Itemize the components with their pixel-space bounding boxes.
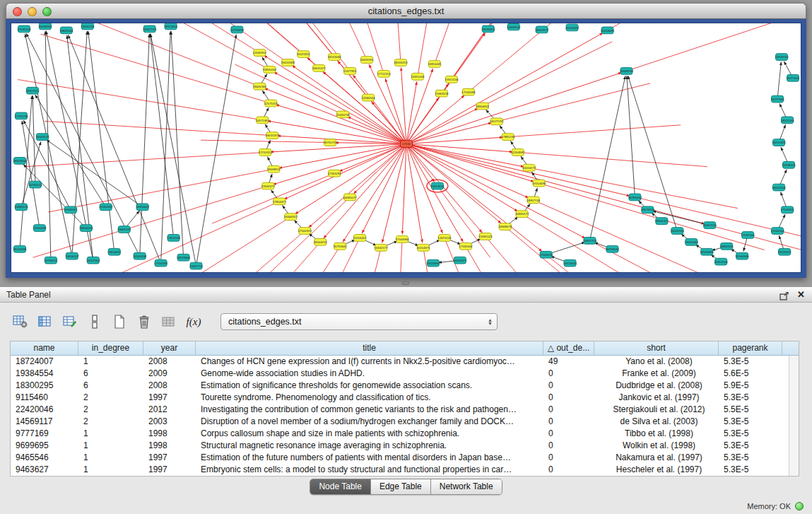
table-cell[interactable]: 49 — [543, 356, 594, 368]
table-cell[interactable]: 2 — [78, 392, 143, 404]
table-cell[interactable]: 2008 — [143, 380, 196, 392]
network-node[interactable]: 21031144 — [18, 25, 31, 33]
column-header-in_degree[interactable]: in_degree — [78, 341, 143, 355]
table-cell[interactable]: 14569117 — [11, 416, 78, 428]
network-node[interactable]: 15963218 — [435, 90, 449, 97]
network-node[interactable]: 12040912 — [253, 49, 267, 57]
network-node[interactable]: 20654411 — [107, 248, 121, 255]
network-node[interactable]: 19154499 — [532, 180, 546, 187]
column-header-out_de[interactable]: △ out_de... — [543, 341, 594, 355]
network-node[interactable]: 17742299 — [14, 112, 28, 119]
network-node[interactable]: 16907120 — [703, 222, 717, 229]
network-node[interactable]: 17165944 — [459, 243, 473, 250]
network-node[interactable]: 18441566 — [253, 83, 267, 90]
network-node[interactable]: 16802101 — [720, 243, 734, 250]
table-row[interactable]: 1938455462009Genome-wide association stu… — [11, 368, 799, 380]
column-header-pagerank[interactable]: pagerank — [719, 341, 782, 355]
network-node[interactable]: 17210312 — [259, 149, 273, 156]
table-row[interactable]: 2242004622012Investigating the contribut… — [11, 404, 799, 416]
table-row[interactable]: 946554611997Estimation of the future num… — [11, 452, 799, 464]
table-cell[interactable]: 0 — [543, 392, 594, 404]
table-cell[interactable]: Corpus callosum shape and size in male p… — [196, 428, 543, 440]
network-node[interactable]: 15723099 — [230, 26, 245, 33]
network-node[interactable]: 17544319 — [298, 228, 312, 235]
network-node[interactable]: 19013188 — [281, 59, 295, 66]
table-row[interactable]: 969969511998Structural magnetic resonanc… — [11, 440, 799, 452]
network-node[interactable]: 20266055 — [64, 206, 78, 214]
table-cell[interactable]: 2008 — [143, 356, 196, 368]
table-cell[interactable]: 9465546 — [11, 452, 78, 464]
network-node[interactable]: 15820244 — [263, 66, 277, 74]
table-cell[interactable]: 0 — [543, 452, 594, 464]
network-node[interactable]: 12675220 — [437, 235, 452, 242]
network-node[interactable]: 16544335 — [700, 248, 714, 255]
network-node[interactable]: 16003125 — [35, 134, 49, 141]
network-node[interactable]: 12575155 — [264, 100, 278, 107]
network-node[interactable]: 16077231 — [490, 118, 504, 125]
table-cell[interactable]: 5.6E-5 — [719, 368, 782, 380]
network-node[interactable]: 17566209 — [539, 251, 553, 258]
window-title-bar[interactable]: citations_edges.txt — [6, 3, 806, 19]
network-node[interactable]: 15958100 — [782, 161, 796, 168]
network-node[interactable]: 19025444 — [685, 239, 699, 246]
network-node[interactable]: 18731755 — [324, 139, 338, 146]
network-node[interactable]: 16544371 — [453, 257, 467, 264]
network-node[interactable]: 16344557 — [284, 214, 298, 221]
table-cell[interactable]: 22420046 — [11, 404, 78, 416]
table-cell[interactable]: 6 — [78, 368, 143, 380]
network-node[interactable]: 16455591 — [360, 57, 375, 64]
import-table-icon[interactable] — [160, 313, 178, 331]
table-vertical-scrollbar[interactable] — [789, 356, 799, 476]
network-node[interactable]: 16154099 — [601, 27, 615, 34]
network-node[interactable]: 20021811 — [297, 51, 310, 58]
network-node[interactable]: 20912544 — [714, 258, 729, 265]
window-minimize-button[interactable] — [28, 7, 37, 16]
table-cell[interactable]: Embryonic stem cells: a model to study s… — [196, 464, 543, 476]
table-cell[interactable]: 9463627 — [11, 464, 78, 476]
table-row[interactable]: 1456911722003Disruption of a novel membe… — [11, 416, 799, 428]
network-node[interactable]: 21260587 — [99, 204, 113, 211]
table-cell[interactable]: 2009 — [143, 368, 196, 380]
network-node[interactable]: 16251320 — [772, 139, 787, 146]
create-column-icon[interactable] — [61, 313, 79, 331]
network-node[interactable]: 16611077 — [312, 65, 326, 72]
network-node[interactable]: 19351166 — [411, 73, 425, 80]
table-cell[interactable]: Yano et al. (2008) — [594, 356, 719, 368]
table-cell[interactable]: Nakamura et al. (1997) — [594, 452, 719, 464]
network-node[interactable]: 22060544 — [362, 94, 376, 101]
network-node[interactable]: 16848079 — [498, 223, 512, 230]
column-header-title[interactable]: title — [196, 341, 543, 355]
table-cell[interactable]: 5.3E-5 — [719, 392, 782, 404]
table-cell[interactable]: 19384554 — [11, 368, 78, 380]
table-cell[interactable]: 0 — [543, 404, 594, 416]
table-cell[interactable]: Changes of HCN gene expression and I(f) … — [196, 356, 543, 368]
tab-node-table[interactable]: Node Table — [310, 479, 371, 494]
network-node[interactable]: 16544208 — [133, 252, 147, 259]
network-node[interactable]: 17544966 — [395, 236, 409, 243]
network-node[interactable]: 16257902 — [86, 257, 100, 264]
network-node[interactable]: 20551313 — [25, 87, 40, 94]
network-table-dropdown[interactable]: citations_edges.txt ▲▼ — [220, 313, 498, 330]
table-cell[interactable]: Franke et al. (2009) — [594, 368, 719, 380]
table-cell[interactable]: 2003 — [143, 416, 196, 428]
network-node[interactable]: 19054227 — [65, 252, 79, 259]
window-zoom-button[interactable] — [42, 7, 52, 16]
table-cell[interactable]: de Silva et al. (2003) — [594, 416, 719, 428]
table-cell[interactable]: 2 — [78, 416, 143, 428]
network-node[interactable]: 16810445 — [428, 61, 442, 68]
network-node[interactable]: 16895577 — [515, 211, 529, 218]
network-node[interactable]: 18604411 — [476, 103, 489, 110]
network-canvas[interactable]: 1204091215820244184415661257515514571461… — [11, 23, 801, 273]
table-row[interactable]: 1830029562008Estimation of significance … — [11, 380, 799, 392]
table-cell[interactable]: 5.3E-5 — [719, 452, 782, 464]
network-node[interactable]: 17100588 — [461, 88, 476, 95]
delete-trash-icon[interactable] — [135, 313, 153, 331]
network-node[interactable]: 16679199 — [641, 206, 655, 214]
network-node[interactable]: 16759441 — [334, 243, 348, 250]
window-close-button[interactable] — [13, 7, 22, 16]
network-node[interactable]: 15959010 — [775, 54, 789, 61]
table-cell[interactable]: Estimation of the future numbers of pati… — [196, 452, 543, 464]
network-node[interactable]: 17103455 — [781, 206, 795, 214]
table-cell[interactable]: Disruption of a novel member of a sodium… — [196, 416, 543, 428]
table-cell[interactable]: Stergiakouli et al. (2012) — [594, 404, 719, 416]
